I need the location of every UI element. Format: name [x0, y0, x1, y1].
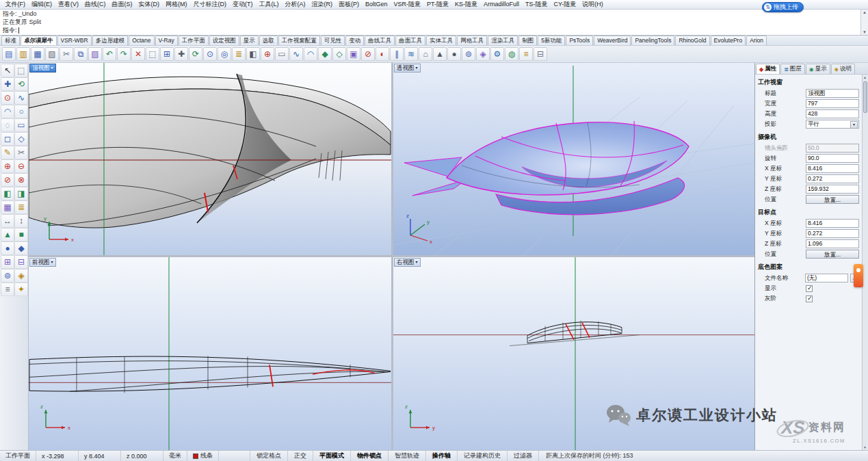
menu-item[interactable]: PT-随意 — [424, 0, 452, 9]
panel-tab[interactable]: ≣ 图层 — [780, 64, 805, 74]
toolbar-tab[interactable]: PsTools — [566, 36, 593, 45]
scroll-up-icon[interactable] — [863, 10, 867, 14]
sidebar-tool-icon[interactable]: ⊞ — [1, 255, 14, 269]
sidebar-tool-icon[interactable]: ⟲ — [14, 77, 28, 91]
menu-item[interactable]: ArmadilloFull — [481, 0, 523, 9]
menu-item[interactable]: 说明(H) — [579, 0, 607, 9]
statusbar-toggle[interactable]: 记录建构历史 — [458, 451, 508, 461]
viewport-front-label[interactable]: 前视图 — [29, 258, 56, 267]
sidebar-tool-icon[interactable]: ✂ — [14, 146, 28, 159]
panel-scrollbar[interactable] — [862, 75, 868, 450]
toolbar-icon[interactable]: ▲ — [433, 47, 447, 61]
viewport-front[interactable]: 前视图 — [29, 257, 391, 450]
toolbar-tab[interactable]: 卓尔谟犀牛 — [21, 36, 57, 45]
panel-input[interactable]: 顶视图 — [806, 89, 859, 98]
toolbar-icon[interactable]: ▨ — [88, 47, 102, 61]
menu-item[interactable]: 渲染(R) — [308, 0, 336, 9]
viewport-top-label[interactable]: 顶视图 — [29, 64, 56, 73]
panel-input[interactable]: 1.096 — [806, 239, 859, 248]
menu-item[interactable]: 变动(T) — [230, 0, 257, 9]
toolbar-icon[interactable]: ↶ — [103, 47, 116, 61]
statusbar-toggle[interactable]: 锁定格点 — [250, 451, 288, 461]
toolbar-tab[interactable]: 显示 — [240, 36, 259, 45]
upload-button[interactable]: 拖拽上传 — [762, 2, 804, 12]
toolbar-icon[interactable]: ◆ — [318, 47, 332, 61]
panel-input[interactable]: 0.272 — [806, 229, 859, 238]
sidebar-tool-icon[interactable]: ↔ — [1, 214, 14, 228]
toolbar-icon[interactable]: ⊟ — [534, 47, 547, 61]
toolbar-icon[interactable]: ▭ — [275, 47, 289, 61]
menu-item[interactable]: 尺寸标注(D) — [190, 0, 230, 9]
toolbar-icon[interactable]: ⊚ — [462, 47, 475, 61]
toolbar-tab[interactable]: Octane — [129, 36, 154, 45]
command-scrollbar[interactable] — [860, 10, 868, 35]
toolbar-tab[interactable]: 工作视窗配置 — [278, 36, 320, 45]
sidebar-tool-icon[interactable]: ■ — [14, 228, 28, 241]
statusbar-toggle[interactable]: 物件锁点 — [351, 451, 389, 461]
panel-place-button[interactable]: 放置... — [806, 250, 859, 259]
sidebar-tool-icon[interactable]: ◧ — [1, 187, 14, 200]
sidebar-tool-icon[interactable]: ◈ — [14, 269, 28, 282]
toolbar-tab[interactable]: 实体工具 — [426, 36, 456, 45]
toolbar-icon[interactable]: ✕ — [131, 47, 145, 61]
scrollbar-thumb[interactable] — [863, 81, 867, 113]
sidebar-tool-icon[interactable]: ● — [1, 241, 14, 255]
panel-tab[interactable]: ◈ 说明 — [831, 64, 855, 74]
panel-select[interactable]: 平行 — [806, 120, 859, 129]
toolbar-tab[interactable]: 网格工具 — [457, 36, 487, 45]
sidebar-tool-icon[interactable]: ⊗ — [14, 173, 28, 187]
panel-checkbox[interactable] — [806, 285, 813, 292]
viewport-top-canvas[interactable]: x y — [29, 63, 391, 255]
viewport-perspective-canvas[interactable]: x y z — [393, 63, 754, 255]
toolbar-icon[interactable]: ⌂ — [419, 47, 432, 61]
toolbar-icon[interactable]: ▣ — [347, 47, 360, 61]
menu-item[interactable]: 实体(D) — [135, 0, 163, 9]
toolbar-icon[interactable]: ⊙ — [203, 47, 217, 61]
toolbar-icon[interactable]: ⊕ — [261, 47, 274, 61]
toolbar-icon[interactable]: ∿ — [289, 47, 303, 61]
panel-input[interactable]: 428 — [806, 109, 859, 118]
menu-item[interactable]: TS-随意 — [523, 0, 551, 9]
sidebar-tool-icon[interactable]: ✚ — [1, 77, 14, 91]
viewport-right-label[interactable]: 右视图 — [394, 258, 421, 267]
panel-checkbox[interactable] — [806, 295, 813, 302]
sidebar-tool-icon[interactable]: ◻ — [1, 132, 14, 146]
toolbar-icon[interactable]: ◈ — [476, 47, 490, 61]
toolbar-icon[interactable]: ◧ — [246, 47, 260, 61]
toolbar-icon[interactable]: ⊞ — [160, 47, 174, 61]
toolbar-tab[interactable]: 设定视图 — [209, 36, 239, 45]
panel-tab[interactable]: ◆ 属性 — [756, 64, 780, 74]
menu-item[interactable]: 编辑(E) — [29, 0, 55, 9]
toolbar-tab[interactable]: 变动 — [345, 36, 364, 45]
menu-item[interactable]: VSR-随意 — [391, 0, 424, 9]
toolbar-icon[interactable]: ✂ — [60, 47, 73, 61]
sidebar-tool-icon[interactable]: ⊚ — [1, 269, 14, 282]
sidebar-tool-icon[interactable]: ▲ — [1, 228, 14, 241]
menu-item[interactable]: 工具(L) — [256, 0, 282, 9]
toolbar-icon[interactable]: ◍ — [505, 47, 518, 61]
toolbar-icon[interactable]: ⚙ — [490, 47, 504, 61]
current-layer[interactable]: 线条 — [187, 451, 219, 461]
scroll-down-icon[interactable] — [863, 30, 867, 34]
toolbar-tab[interactable]: 工作平面 — [179, 36, 209, 45]
sidebar-tool-icon[interactable]: ⊙ — [1, 91, 14, 105]
command-area[interactable]: 指令: _Undo 正在复原 Split 指令: — [0, 10, 868, 36]
viewport-front-canvas[interactable]: x z — [29, 257, 391, 450]
toolbar-tab[interactable]: WeaverBird — [594, 36, 631, 45]
toolbar-tab[interactable]: 标准 — [1, 36, 20, 45]
menu-item[interactable]: 查看(V) — [55, 0, 82, 9]
viewport-top[interactable]: 顶视图 — [29, 63, 391, 255]
toolbar-tab[interactable]: VSR-WBR — [57, 36, 92, 45]
toolbar-tab[interactable]: 制图 — [518, 36, 537, 45]
statusbar-toggle[interactable]: 正交 — [288, 451, 313, 461]
viewport-perspective-label[interactable]: 透视图 — [394, 64, 421, 73]
toolbar-icon[interactable]: ≡ — [519, 47, 533, 61]
toolbar-tab[interactable]: 可见性 — [321, 36, 345, 45]
menu-item[interactable]: CY-随意 — [551, 0, 579, 9]
sidebar-tool-icon[interactable]: ∿ — [14, 91, 28, 105]
statusbar-toggle[interactable]: 过滤器 — [508, 451, 539, 461]
toolbar-icon[interactable]: ● — [447, 47, 461, 61]
sidebar-tool-icon[interactable]: ⬚ — [14, 64, 28, 77]
panel-file-input[interactable]: (无) — [805, 274, 848, 282]
toolbar-icon[interactable]: ▧ — [45, 47, 59, 61]
